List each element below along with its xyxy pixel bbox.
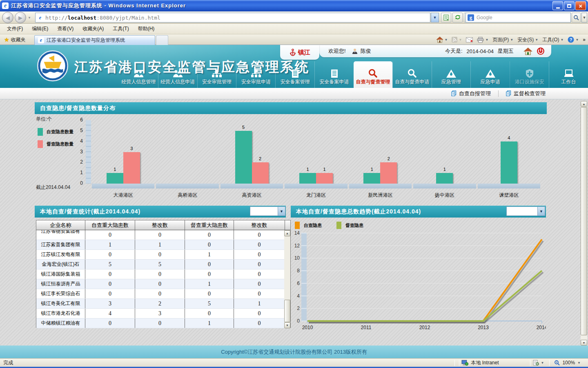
forward-button[interactable]: ▶	[15, 12, 26, 23]
submenu-item[interactable]: 自查自报管理	[451, 90, 491, 97]
menu-item[interactable]: 帮助(H)	[134, 24, 158, 34]
nav-item[interactable]: 经营人信息申请	[158, 61, 197, 88]
trend-filter-select[interactable]: ▼	[506, 206, 545, 216]
overflow-chevron-icon[interactable]: »	[583, 37, 586, 43]
scroll-thumb[interactable]	[581, 107, 587, 335]
column-header[interactable]: 督查重大隐患数	[185, 220, 234, 230]
stats-filter-select[interactable]: ▼	[250, 206, 285, 216]
refresh-button[interactable]	[452, 13, 463, 22]
search-button[interactable]	[572, 13, 581, 22]
value-cell: 0	[234, 269, 285, 279]
page-mode-icon[interactable]	[532, 360, 539, 366]
bar[interactable]: 5	[235, 131, 252, 184]
page-scrollbar[interactable]: ▲ ▼	[581, 101, 587, 346]
scroll-thumb[interactable]	[284, 300, 290, 322]
column-header[interactable]: 整改数	[234, 220, 285, 230]
nav-item[interactable]: 安全备案申请	[314, 61, 354, 88]
home-button[interactable]: ▼	[436, 36, 448, 43]
mail-button[interactable]	[466, 37, 473, 43]
submenu-item[interactable]: 监督检查管理	[506, 90, 546, 97]
scroll-down-icon[interactable]: ▼	[581, 340, 587, 346]
compatibility-view-button[interactable]	[441, 13, 451, 22]
menu-item[interactable]: 工具(T)	[109, 24, 132, 34]
bar-value-label: 1	[299, 167, 316, 172]
nav-item[interactable]: 安全备案管理	[275, 61, 314, 88]
table-row[interactable]: 镇江李长荣综合石0000	[36, 289, 290, 299]
status-text: 完成	[3, 359, 13, 366]
home-shortcut-icon[interactable]	[523, 47, 532, 55]
help-menu[interactable]: ? ▼	[568, 36, 579, 43]
menu-item[interactable]: 查看(V)	[53, 24, 77, 34]
zoom-dropdown-icon[interactable]: ▼	[577, 361, 581, 365]
nav-item[interactable]: 安全审批管理	[197, 61, 236, 88]
table-row[interactable]: 镇江奇美化工有限3251	[36, 299, 290, 309]
nav-item[interactable]: 应急管理	[432, 61, 471, 88]
table-row[interactable]: 镇江恒泰沥青产品0010	[36, 279, 290, 289]
table-row[interactable]: 中储粮镇江粮油有0010	[36, 319, 290, 328]
value-cell: 0	[234, 240, 285, 249]
bar[interactable]: 2	[252, 162, 269, 184]
bar[interactable]: 4	[501, 141, 517, 184]
close-button[interactable]: ×	[575, 1, 586, 10]
print-button[interactable]: ▼	[477, 37, 488, 43]
column-header[interactable]: 企业名称	[36, 220, 85, 230]
nav-item[interactable]: 经营人信息管理	[119, 61, 158, 88]
svg-text:2014: 2014	[537, 325, 546, 330]
table-row[interactable]: 镇江市港龙石化港4300	[36, 309, 290, 319]
bar[interactable]: 2	[380, 162, 397, 184]
browser-window: e 江苏省港口安全监管与应急管理系统 - Windows Internet Ex…	[0, 0, 588, 368]
nav-item[interactable]: 自查与督查管理	[354, 61, 392, 88]
tools-menu[interactable]: 工具(O)▼	[542, 36, 564, 43]
x-tick-label: 龙门港区	[284, 192, 348, 199]
search-input[interactable]: g Google	[466, 13, 571, 22]
minimize-button[interactable]	[552, 1, 563, 10]
column-header[interactable]: 自查重大隐患数	[85, 220, 135, 230]
address-input[interactable]: e http://localhost:8080/yjpt/Main.html	[35, 13, 430, 22]
nav-item[interactable]: 工作台	[549, 61, 588, 88]
home-icon	[436, 36, 443, 43]
table-row[interactable]: 金海宏业(镇江)石5500	[36, 260, 290, 269]
bar[interactable]: 1	[107, 173, 123, 184]
favorites-button[interactable]: ★ 收藏夹	[2, 36, 28, 44]
bar-group: 4	[477, 120, 541, 184]
zoom-icon[interactable]	[554, 360, 560, 366]
scroll-up-icon[interactable]: ▲	[284, 230, 290, 236]
value-cell: 0	[85, 269, 135, 279]
chevron-down-icon[interactable]: ▼	[541, 361, 544, 365]
table-row[interactable]: 江苏索普集团有限1100	[36, 240, 290, 250]
nav-item[interactable]: 应急申请	[470, 61, 510, 88]
status-bar: 完成 本地 Intranet ▼ 100% ▼	[0, 358, 588, 367]
bar[interactable]: 1	[436, 173, 453, 184]
bar[interactable]: 3	[123, 152, 140, 184]
current-date: 2014-04-04	[467, 48, 494, 54]
safety-menu[interactable]: 安全(S)▼	[517, 36, 538, 43]
logout-power-icon[interactable]	[537, 47, 545, 55]
table-scrollbar[interactable]: ▲ ▼	[284, 230, 290, 328]
table-row[interactable]: 江苏镇江发电有限0010	[36, 250, 290, 260]
nav-item[interactable]: 安全审批申请	[236, 61, 275, 88]
svg-text:0: 0	[297, 318, 300, 324]
scroll-down-icon[interactable]: ▼	[284, 322, 290, 328]
bar[interactable]: 1	[316, 173, 333, 184]
address-dropdown-button[interactable]: ▼	[431, 13, 439, 22]
maximize-button[interactable]	[564, 1, 575, 10]
table-row[interactable]: 江苏省物资集团有0000	[36, 230, 290, 240]
zoom-level[interactable]: 100%	[562, 360, 575, 366]
table-row[interactable]: 镇江港国际集装箱0000	[36, 269, 290, 279]
menu-item[interactable]: 文件(F)	[3, 24, 27, 34]
menu-item[interactable]: 编辑(E)	[28, 24, 52, 34]
new-tab-button[interactable]	[156, 35, 168, 45]
search-options-dropdown[interactable]: ▼	[581, 13, 587, 22]
nav-item[interactable]: 自查与督查申请	[392, 61, 432, 88]
page-menu[interactable]: 页面(P)▼	[492, 36, 513, 43]
feeds-button[interactable]: ▼	[452, 37, 462, 43]
history-dropdown-icon[interactable]: ▼	[28, 16, 31, 20]
scroll-up-icon[interactable]: ▲	[581, 101, 587, 107]
page-tab[interactable]: e 江苏省港口安全监管与应急管理系统	[34, 35, 155, 45]
bar[interactable]: 1	[299, 173, 316, 184]
menu-item[interactable]: 收藏夹(A)	[79, 24, 107, 34]
bar-group: 1	[412, 120, 477, 184]
back-button[interactable]: ◀	[2, 12, 13, 23]
column-header[interactable]: 整改数	[135, 220, 185, 230]
bar[interactable]: 1	[363, 173, 380, 184]
